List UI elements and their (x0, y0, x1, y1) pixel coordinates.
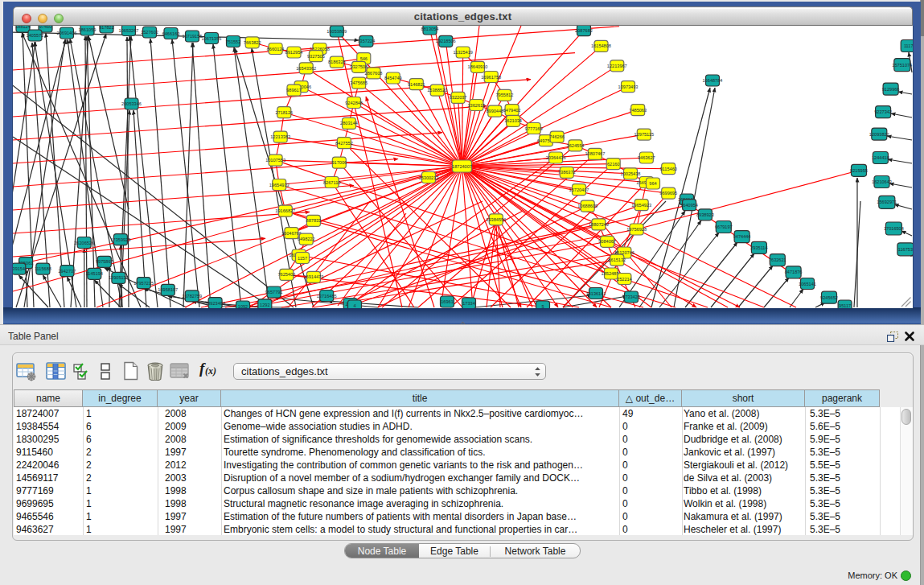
svg-text:19756928: 19756928 (626, 227, 647, 232)
svg-text:1065141: 1065141 (799, 282, 816, 286)
svg-text:2087682: 2087682 (575, 28, 593, 33)
svg-text:1145194: 1145194 (86, 271, 103, 276)
svg-text:989617: 989617 (286, 88, 302, 93)
svg-text:20691406: 20691406 (57, 31, 77, 35)
svg-text:1092: 1092 (238, 304, 248, 308)
svg-text:14136141: 14136141 (586, 291, 606, 296)
svg-text:1115688: 1115688 (35, 266, 51, 271)
svg-text:19384554: 19384554 (486, 217, 506, 222)
svg-text:8471876: 8471876 (785, 270, 803, 274)
svg-text:1362615: 1362615 (468, 103, 486, 108)
svg-text:15720407: 15720407 (569, 187, 589, 192)
svg-text:17334: 17334 (462, 301, 475, 306)
svg-text:6322037: 6322037 (450, 95, 467, 100)
svg-text:7357224: 7357224 (358, 39, 376, 43)
svg-text:1733426: 1733426 (622, 295, 640, 299)
svg-text:9146821: 9146821 (408, 82, 425, 87)
svg-text:9975867: 9975867 (96, 259, 113, 264)
svg-text:1640954: 1640954 (680, 203, 698, 208)
svg-text:15388520: 15388520 (427, 88, 447, 93)
svg-text:12975115: 12975115 (634, 132, 654, 137)
svg-text:4: 4 (353, 303, 355, 308)
svg-text:9699695: 9699695 (659, 191, 677, 196)
svg-text:1405572: 1405572 (27, 33, 44, 38)
svg-text:13716485: 13716485 (317, 294, 337, 299)
svg-text:751552: 751552 (226, 39, 241, 44)
svg-text:887833: 887833 (306, 218, 322, 223)
svg-text:16046766: 16046766 (281, 231, 302, 236)
svg-text:10671355: 10671355 (202, 36, 222, 41)
svg-text:9327505: 9327505 (307, 54, 325, 59)
svg-text:18640910: 18640910 (468, 64, 488, 69)
svg-text:3475685: 3475685 (350, 80, 368, 85)
svg-text:546: 546 (360, 56, 368, 61)
svg-text:11325419: 11325419 (453, 50, 472, 55)
svg-text:9463627: 9463627 (638, 155, 655, 160)
svg-text:9129966: 9129966 (882, 87, 900, 92)
svg-text:12093822: 12093822 (869, 132, 889, 137)
svg-text:17016504: 17016504 (884, 226, 904, 231)
svg-text:917822: 917822 (99, 26, 114, 30)
svg-text:8938923: 8938923 (696, 212, 714, 217)
svg-text:18724007: 18724007 (452, 164, 472, 169)
svg-text:8813054: 8813054 (421, 27, 439, 31)
svg-text:9657791: 9657791 (265, 290, 283, 295)
svg-text:6679197: 6679197 (715, 225, 733, 229)
svg-text:5: 5 (541, 304, 544, 308)
svg-text:16782759: 16782759 (182, 294, 202, 299)
svg-text:12213383: 12213383 (270, 134, 290, 139)
svg-text:2803144: 2803144 (340, 121, 358, 126)
svg-text:917006: 917006 (331, 160, 347, 165)
svg-text:6498222: 6498222 (298, 237, 315, 241)
svg-text:1292: 1292 (260, 303, 269, 307)
svg-text:16914479: 16914479 (303, 274, 323, 279)
svg-text:1527602: 1527602 (141, 30, 158, 35)
svg-text:7632621: 7632621 (769, 257, 786, 262)
svg-text:18807249: 18807249 (589, 222, 609, 227)
svg-text:16648784: 16648784 (703, 78, 723, 83)
svg-text:97450: 97450 (39, 26, 52, 29)
svg-text:8186328: 8186328 (328, 60, 346, 64)
svg-text:9327508: 9327508 (350, 64, 368, 69)
svg-text:2935114: 2935114 (750, 245, 767, 250)
svg-text:10653267: 10653267 (119, 28, 139, 33)
svg-text:20053346: 20053346 (121, 101, 142, 106)
svg-text:8267110: 8267110 (323, 180, 340, 185)
svg-text:6479402: 6479402 (503, 108, 521, 113)
svg-text:16961: 16961 (441, 299, 454, 304)
svg-text:10807467: 10807467 (585, 151, 605, 156)
svg-text:16961758: 16961758 (481, 75, 501, 80)
svg-text:10025438: 10025438 (621, 171, 641, 176)
svg-text:8215955: 8215955 (850, 168, 868, 173)
svg-text:1861059: 1861059 (79, 27, 97, 32)
svg-text:188124: 188124 (15, 26, 31, 29)
svg-text:12213967: 12213967 (607, 64, 627, 68)
svg-text:19218506: 19218506 (436, 39, 456, 43)
svg-text:12905135: 12905135 (109, 275, 129, 280)
svg-text:15300213: 15300213 (419, 175, 439, 180)
svg-text:7663822: 7663822 (244, 40, 261, 45)
svg-text:3624554: 3624554 (567, 143, 585, 148)
svg-text:17957215: 17957215 (133, 281, 154, 286)
svg-text:8427552: 8427552 (335, 141, 353, 146)
svg-text:8660124: 8660124 (267, 47, 285, 51)
svg-text:95117: 95117 (839, 303, 851, 308)
svg-text:6466160: 6466160 (162, 31, 180, 36)
svg-text:9227342: 9227342 (874, 109, 892, 114)
svg-text:9242848: 9242848 (345, 101, 363, 105)
svg-text:8912954: 8912954 (285, 50, 303, 55)
svg-text:15751074: 15751074 (892, 63, 912, 68)
svg-text:9245652: 9245652 (820, 295, 838, 300)
svg-text:19166827: 19166827 (275, 208, 295, 213)
svg-text:2718126: 2718126 (275, 110, 293, 115)
svg-text:7955812: 7955812 (496, 93, 514, 97)
svg-text:19654923: 19654923 (631, 203, 651, 208)
svg-text:16210643: 16210643 (872, 179, 892, 184)
svg-text:10958107: 10958107 (158, 287, 178, 292)
svg-text:19654933: 19654933 (269, 183, 290, 187)
svg-text:2867608: 2867608 (365, 71, 383, 76)
svg-text:15692971: 15692971 (877, 200, 897, 204)
svg-text:17359928: 17359928 (110, 237, 130, 242)
svg-text:10719155: 10719155 (183, 34, 203, 39)
svg-text:1117: 1117 (904, 43, 913, 48)
